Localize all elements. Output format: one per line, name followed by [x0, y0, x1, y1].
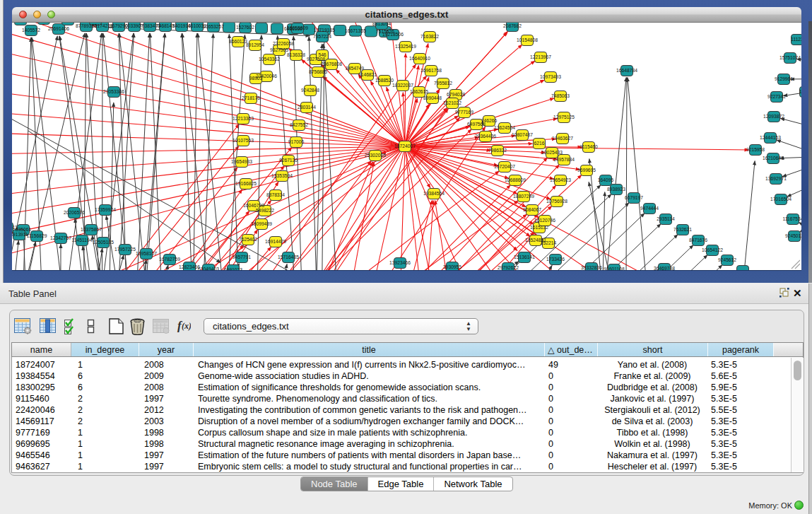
svg-text:8878334: 8878334	[266, 192, 285, 197]
svg-text:917006: 917006	[288, 139, 305, 144]
svg-text:10154808: 10154808	[517, 37, 538, 42]
svg-text:39332836: 39332836	[581, 265, 602, 270]
svg-text:10688609: 10688609	[505, 177, 526, 182]
svg-text:13353594: 13353594	[271, 173, 293, 178]
svg-text:3930955: 3930955	[443, 264, 461, 269]
svg-text:1527602: 1527602	[236, 25, 254, 30]
svg-text:8471676: 8471676	[689, 238, 707, 243]
svg-text:1405572: 1405572	[22, 28, 40, 33]
svg-text:29053346: 29053346	[103, 89, 124, 94]
svg-text:164095: 164095	[598, 177, 614, 182]
svg-text:91601108: 91601108	[604, 267, 625, 270]
svg-text:8912954: 8912954	[246, 42, 264, 47]
svg-text:10756928: 10756928	[546, 199, 567, 204]
svg-text:9084067: 9084067	[523, 207, 541, 212]
svg-text:12823466: 12823466	[179, 264, 200, 269]
svg-text:6216: 6216	[534, 141, 545, 146]
svg-text:40954611: 40954611	[12, 225, 18, 230]
svg-text:1733426: 1733426	[546, 257, 565, 262]
svg-text:16210643: 16210643	[763, 156, 784, 160]
svg-text:10719185: 10719185	[314, 28, 335, 33]
svg-text:13624554: 13624554	[494, 125, 515, 130]
svg-text:252214: 252214	[541, 240, 557, 245]
svg-text:1615132: 1615132	[530, 225, 548, 230]
svg-text:16046798: 16046798	[243, 203, 264, 208]
svg-text:9245612: 9245612	[718, 257, 736, 262]
svg-text:19654923: 19654923	[550, 177, 571, 182]
svg-text:9474444: 9474444	[640, 206, 659, 211]
svg-text:8990448: 8990448	[423, 95, 442, 100]
svg-text:11156829: 11156829	[27, 233, 47, 238]
svg-text:16648784: 16648784	[616, 68, 637, 73]
svg-text:16099489: 16099489	[251, 221, 272, 226]
svg-text:9245012: 9245012	[785, 233, 801, 238]
svg-text:36469748: 36469748	[654, 266, 675, 270]
svg-text:7632621: 7632621	[673, 227, 692, 232]
svg-text:11451194: 11451194	[72, 238, 93, 243]
svg-text:18322037: 18322037	[392, 83, 413, 88]
svg-text:16053809: 16053809	[287, 25, 308, 30]
svg-text:15751074: 15751074	[779, 55, 801, 60]
svg-text:9699695: 9699695	[577, 168, 596, 173]
svg-text:546: 546	[318, 52, 326, 57]
svg-text:(x): (x)	[182, 321, 191, 331]
svg-text:9115460: 9115460	[579, 144, 598, 149]
svg-text:835061: 835061	[16, 227, 32, 232]
svg-text:25302035: 25302035	[365, 153, 386, 158]
svg-text:19166825: 19166825	[235, 181, 257, 186]
svg-text:12213363: 12213363	[233, 116, 254, 121]
svg-text:16120746: 16120746	[534, 218, 555, 223]
svg-text:18807249: 18807249	[513, 194, 534, 199]
svg-text:23226058: 23226058	[273, 41, 294, 46]
svg-text:746266: 746266	[481, 118, 498, 123]
svg-text:19218506: 19218506	[382, 32, 404, 37]
svg-text:12975125: 12975125	[553, 115, 575, 119]
svg-text:9215958: 9215958	[746, 147, 765, 152]
svg-text:17957225: 17957225	[114, 247, 136, 252]
svg-text:1362615: 1362615	[410, 89, 428, 94]
svg-text:20691406: 20691406	[48, 26, 69, 31]
svg-text:6991023: 6991023	[224, 267, 242, 270]
svg-text:10973493: 10973493	[540, 74, 561, 79]
svg-text:16640910: 16640910	[409, 56, 430, 61]
svg-text:12505185: 12505185	[93, 240, 114, 245]
svg-text:3913911: 3913911	[12, 232, 28, 237]
svg-text:10025433: 10025433	[541, 150, 563, 155]
svg-text:20364436: 20364436	[475, 134, 496, 139]
svg-text:13692971: 13692971	[765, 176, 787, 181]
svg-text:9227342: 9227342	[767, 94, 786, 99]
svg-text:11167534: 11167534	[783, 216, 801, 221]
svg-text:16782759: 16782759	[159, 257, 180, 262]
svg-text:13923466: 13923466	[389, 260, 411, 265]
svg-text:29792622: 29792622	[498, 265, 519, 270]
svg-text:12213967: 12213967	[530, 54, 551, 59]
svg-text:2803144: 2803144	[298, 105, 316, 110]
svg-text:20206576: 20206576	[64, 210, 85, 215]
svg-text:10375867: 10375867	[81, 227, 102, 232]
svg-text:14957884: 14957884	[553, 157, 575, 162]
svg-text:16914479: 16914479	[265, 239, 286, 244]
svg-text:8427552: 8427552	[290, 122, 308, 127]
svg-text:13325: 13325	[799, 89, 801, 94]
svg-text:9327508: 9327508	[307, 57, 325, 62]
svg-text:6794028: 6794028	[447, 92, 465, 97]
svg-text:7986322: 7986322	[488, 148, 507, 153]
svg-text:2935114: 2935114	[657, 216, 675, 221]
svg-text:98903: 98903	[249, 76, 263, 81]
svg-text:16961758: 16961758	[420, 68, 442, 73]
svg-text:8660123: 8660123	[229, 39, 247, 44]
svg-text:9242848: 9242848	[301, 88, 319, 93]
svg-text:7357224: 7357224	[313, 34, 331, 39]
svg-text:8756885: 8756885	[309, 69, 327, 74]
svg-text:15136141: 15136141	[514, 255, 535, 259]
svg-text:1621022: 1621022	[443, 100, 461, 105]
svg-text:17016504: 17016504	[770, 197, 792, 201]
svg-text:19384554: 19384554	[423, 191, 445, 196]
svg-text:10807487: 10807487	[512, 132, 533, 137]
svg-text:1588520: 1588520	[375, 78, 394, 83]
svg-text:6679197: 6679197	[625, 195, 643, 200]
svg-text:10958107: 10958107	[136, 251, 157, 256]
svg-text:10543362: 10543362	[259, 57, 280, 62]
svg-text:9327505: 9327505	[270, 47, 288, 52]
svg-text:8813054: 8813054	[372, 23, 391, 26]
